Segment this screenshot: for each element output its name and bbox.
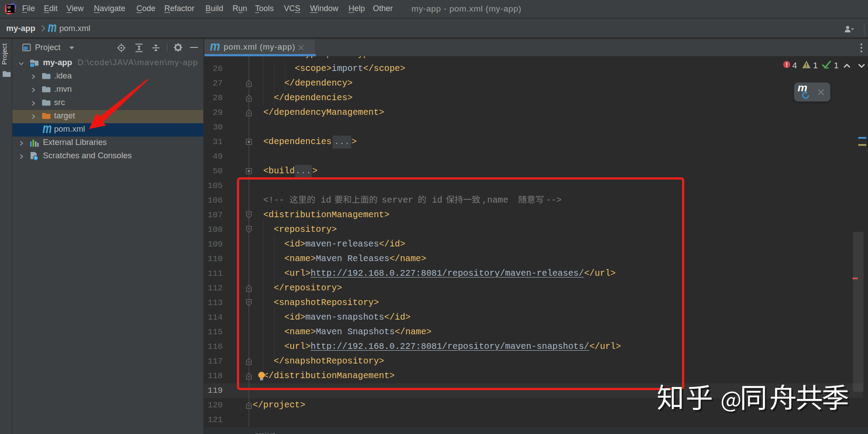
svg-text:m: m [798,85,807,93]
